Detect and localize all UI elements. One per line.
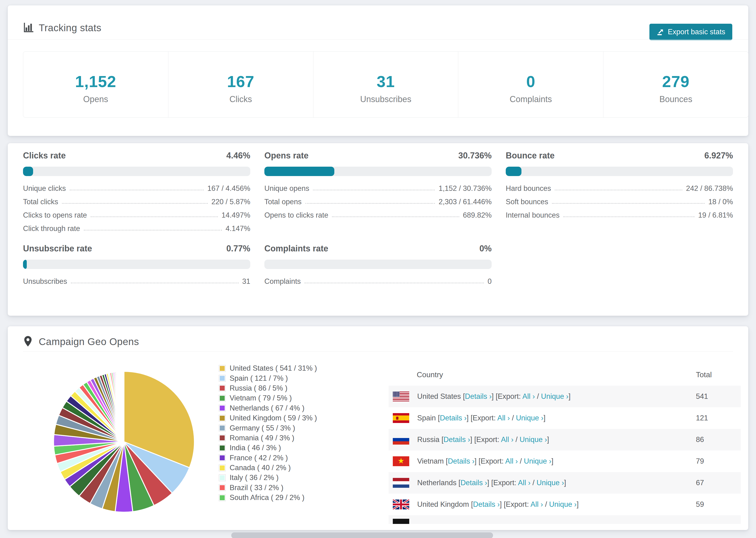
- legend-label: Vietnam ( 79 / 5% ): [230, 394, 292, 402]
- details-link[interactable]: Details ›: [444, 435, 470, 444]
- total-value: 541: [696, 392, 708, 401]
- export-unique-link[interactable]: Unique ›: [524, 457, 551, 465]
- bracket: [: [438, 414, 440, 422]
- rate-title: Bounce rate: [506, 151, 555, 161]
- rate-row: Total clicks220 / 5.87%: [23, 195, 250, 208]
- flag-united-states: [393, 392, 409, 402]
- rate-rows: Unique clicks167 / 4.456%Total clicks220…: [23, 182, 250, 235]
- export-all-link[interactable]: All ›: [501, 435, 513, 444]
- slash: /: [513, 435, 519, 444]
- progress-bar: [23, 167, 250, 176]
- country-name: Russia: [417, 435, 441, 444]
- bracket: ]: [474, 457, 478, 465]
- bracket: ]: [552, 457, 554, 465]
- rate-row-value: 1,152 / 30.736%: [439, 182, 492, 195]
- rate-row-value: 14.497%: [222, 208, 250, 222]
- bracket: ]: [487, 479, 491, 487]
- bracket: ]: [466, 414, 470, 422]
- details-link[interactable]: Details ›: [460, 479, 487, 487]
- progress-bar: [506, 167, 733, 176]
- export-all-link[interactable]: All ›: [522, 392, 535, 401]
- slash: /: [518, 457, 524, 465]
- export-unique-link[interactable]: Unique ›: [549, 500, 577, 509]
- stat-value: 31: [313, 72, 458, 91]
- stat-value: 167: [168, 72, 313, 91]
- rate-block-complaints-rate: Complaints rate0%Complaints0: [264, 243, 492, 288]
- stat-value: 0: [458, 72, 603, 91]
- legend-swatch: [219, 405, 225, 411]
- legend-item: South Africa ( 29 / 2% ): [219, 493, 317, 503]
- export-unique-link[interactable]: Unique ›: [536, 479, 564, 487]
- country-cell: Russia [Details ›] [Export: All › / Uniq…: [417, 435, 549, 444]
- export-prefix: [Export:: [478, 457, 505, 465]
- rate-head: Complaints rate0%: [264, 243, 492, 253]
- dotted-leader: [305, 203, 435, 204]
- table-row: United States [Details ›] [Export: All ›…: [389, 386, 741, 407]
- stat-label: Complaints: [458, 94, 603, 104]
- rate-row-value: 167 / 4.456%: [207, 182, 250, 195]
- rate-row-label: Hard bounces: [506, 182, 551, 195]
- table-row: Netherlands [Details ›] [Export: All › /…: [389, 472, 741, 494]
- legend-swatch: [219, 465, 225, 471]
- details-link[interactable]: Details ›: [465, 392, 492, 401]
- legend-swatch: [219, 435, 225, 441]
- progress-bar-fill: [506, 167, 521, 176]
- rate-row-value: 18 / 0%: [708, 195, 733, 208]
- bracket: [: [441, 435, 444, 444]
- country-name: United Kingdom: [417, 500, 471, 509]
- rate-block-clicks-rate: Clicks rate4.46%Unique clicks167 / 4.456…: [23, 151, 250, 235]
- details-link[interactable]: Details ›: [448, 457, 474, 465]
- geo-section-title: Campaign Geo Opens: [39, 336, 139, 348]
- details-link[interactable]: Details ›: [473, 500, 500, 509]
- export-basic-stats-button[interactable]: Export basic stats: [649, 24, 732, 40]
- legend-item: Canada ( 40 / 2% ): [219, 463, 317, 473]
- export-all-link[interactable]: All ›: [518, 479, 530, 487]
- export-prefix: [Export:: [504, 500, 531, 509]
- column-header-total: Total: [696, 370, 712, 379]
- legend-label: India ( 46 / 3% ): [230, 444, 281, 452]
- legend-swatch: [219, 365, 225, 372]
- legend-swatch: [219, 385, 225, 391]
- rate-row: Clicks to opens rate14.497%: [23, 208, 250, 222]
- export-all-link[interactable]: All ›: [497, 414, 510, 422]
- export-unique-link[interactable]: Unique ›: [516, 414, 543, 422]
- dotted-leader: [70, 190, 204, 190]
- bracket: ]: [568, 392, 570, 401]
- progress-bar-fill: [23, 167, 33, 176]
- rate-row: Unique opens1,152 / 30.736%: [264, 182, 492, 195]
- stat-label: Opens: [23, 94, 168, 104]
- rates-card: Clicks rate4.46%Unique clicks167 / 4.456…: [8, 143, 748, 316]
- pie-slice-other[interactable]: [124, 371, 124, 442]
- legend-label: Romania ( 49 / 3% ): [230, 434, 295, 442]
- rate-row: Complaints0: [264, 275, 492, 288]
- bracket: ]: [547, 435, 549, 444]
- rate-row-label: Internal bounces: [506, 208, 560, 222]
- flag-germany: [393, 519, 409, 524]
- export-unique-link[interactable]: Unique ›: [519, 435, 547, 444]
- dotted-leader: [313, 190, 435, 190]
- tracking-stats-card: Tracking stats Export basic stats 1,152O…: [8, 5, 748, 136]
- export-all-link[interactable]: All ›: [505, 457, 518, 465]
- export-all-link[interactable]: All ›: [530, 500, 543, 509]
- country-name: United States: [417, 392, 463, 401]
- flag-russia: [393, 435, 409, 445]
- rate-row: Internal bounces19 / 6.81%: [506, 208, 733, 222]
- rate-value: 0%: [479, 243, 492, 253]
- legend-swatch: [219, 455, 225, 461]
- rate-row-label: Unique opens: [264, 182, 309, 195]
- table-row: United Kingdom [Details ›] [Export: All …: [389, 494, 741, 515]
- rate-value: 4.46%: [226, 151, 250, 161]
- legend-swatch: [219, 395, 225, 402]
- export-prefix: [Export:: [496, 392, 522, 401]
- progress-bar: [264, 167, 492, 176]
- rate-row-value: 242 / 86.738%: [686, 182, 733, 195]
- dotted-leader: [563, 216, 694, 217]
- rate-rows: Unsubscribes31: [23, 275, 250, 288]
- horizontal-scrollbar-thumb[interactable]: [231, 532, 493, 538]
- export-unique-link[interactable]: Unique ›: [541, 392, 568, 401]
- header-divider: [8, 39, 748, 40]
- stat-value: 279: [603, 72, 748, 91]
- flag-spain: [393, 413, 409, 423]
- rate-title: Clicks rate: [23, 151, 66, 161]
- details-link[interactable]: Details ›: [440, 414, 467, 422]
